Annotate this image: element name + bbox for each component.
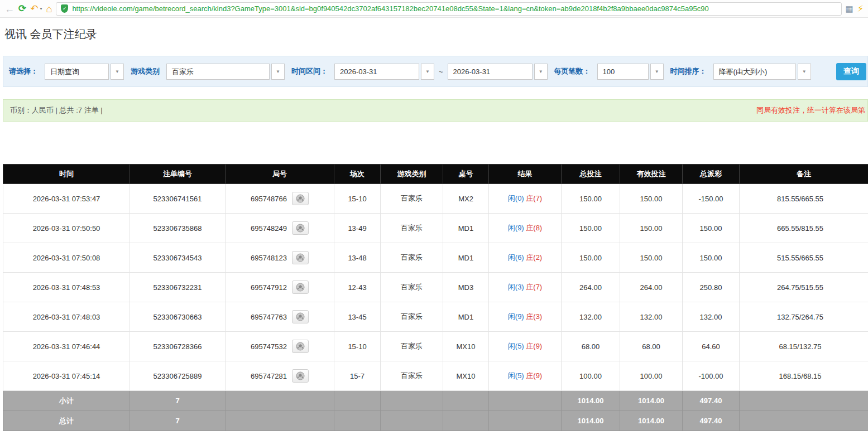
- subtotal-payout: 497.40: [683, 391, 740, 411]
- cell-game-type: 百家乐: [381, 332, 443, 361]
- replay-ball-icon: [296, 224, 305, 233]
- chevron-down-icon[interactable]: ▼: [421, 64, 434, 80]
- cell-payout: 150.00: [683, 214, 740, 243]
- round-replay-button[interactable]: [292, 251, 309, 264]
- address-bar[interactable]: ✓ https://videoie.com/game/betrecord_sea…: [56, 2, 841, 16]
- chevron-down-icon[interactable]: ▼: [798, 64, 811, 80]
- cell-session: 15-10: [334, 184, 381, 214]
- cell-round: 695747763: [226, 302, 334, 332]
- cell-payout: -150.00: [683, 184, 740, 214]
- cell-valid-bet: 150.00: [620, 243, 683, 273]
- cell-note: 168.15/68.15: [740, 361, 868, 391]
- date-to-picker[interactable]: 2026-03-31 ▼: [448, 64, 548, 80]
- header-bet-id: 注单编号: [130, 165, 226, 184]
- chevron-down-icon[interactable]: ▼: [271, 64, 285, 80]
- date-from-value[interactable]: 2026-03-31: [334, 64, 419, 80]
- cell-total-bet[interactable]: 264.00: [562, 273, 620, 302]
- round-replay-button[interactable]: [292, 340, 309, 353]
- chevron-down-icon[interactable]: ▼: [650, 64, 664, 80]
- total-count: 7: [130, 411, 226, 431]
- cell-bet-id: 523306730663: [130, 302, 226, 332]
- cell-round: 695748123: [226, 243, 334, 273]
- cell-note: 515.55/665.55: [740, 243, 868, 273]
- chevron-down-icon[interactable]: ▼: [534, 64, 548, 80]
- query-type-select[interactable]: 日期查询 ▼: [45, 64, 124, 80]
- round-replay-button[interactable]: [292, 281, 309, 294]
- table-row: 2026-03-31 07:50:08 523306734543 6957481…: [3, 243, 868, 273]
- cell-round: 695747532: [226, 332, 334, 361]
- game-type-label: 游戏类别: [131, 66, 160, 76]
- cell-game-type: 百家乐: [381, 214, 443, 243]
- cell-note: 815.55/665.55: [740, 184, 868, 214]
- cell-payout: 150.00: [683, 243, 740, 273]
- cell-total-bet[interactable]: 150.00: [562, 184, 620, 214]
- cell-session: 13-45: [334, 302, 381, 332]
- page-size-value[interactable]: 100: [597, 64, 649, 80]
- chevron-down-icon[interactable]: ▼: [111, 64, 124, 80]
- round-replay-button[interactable]: [292, 310, 309, 323]
- result-player: 闲(3): [508, 283, 524, 291]
- lightning-icon[interactable]: ⚡: [857, 4, 864, 13]
- cell-time: 2026-03-31 07:48:03: [3, 302, 130, 332]
- apps-grid-icon[interactable]: ▦: [846, 4, 853, 13]
- cell-total-bet[interactable]: 150.00: [562, 214, 620, 243]
- search-button[interactable]: 查询: [836, 63, 866, 80]
- cell-round: 695748766: [226, 184, 334, 214]
- cell-session: 12-43: [334, 273, 381, 302]
- round-replay-button[interactable]: [292, 192, 309, 205]
- date-from-picker[interactable]: 2026-03-31 ▼: [334, 64, 434, 80]
- round-replay-button[interactable]: [292, 369, 309, 383]
- cell-total-bet[interactable]: 132.00: [562, 302, 620, 332]
- cell-table-no: MD1: [443, 214, 489, 243]
- header-session: 场次: [334, 165, 381, 184]
- date-to-value[interactable]: 2026-03-31: [448, 64, 533, 80]
- game-type-value[interactable]: 百家乐: [166, 64, 270, 80]
- round-id: 695748123: [251, 254, 287, 262]
- sort-order-value[interactable]: 降幂(由大到小): [713, 64, 796, 80]
- url-text[interactable]: https://videoie.com/game/betrecord_searc…: [72, 4, 708, 13]
- cell-valid-bet: 150.00: [620, 214, 683, 243]
- cell-total-bet[interactable]: 150.00: [562, 243, 620, 273]
- game-type-select[interactable]: 百家乐 ▼: [166, 64, 285, 80]
- query-type-value[interactable]: 日期查询: [45, 64, 109, 80]
- security-shield-icon: ✓: [61, 4, 68, 13]
- cell-total-bet[interactable]: 68.00: [562, 332, 620, 361]
- filter-panel: 请选择： 日期查询 ▼ 游戏类别 百家乐 ▼ 时间区间： 2026-03-31 …: [3, 56, 868, 87]
- cell-round: 695747281: [226, 361, 334, 391]
- cell-valid-bet: 132.00: [620, 302, 683, 332]
- page-size-select[interactable]: 100 ▼: [597, 64, 664, 80]
- replay-ball-icon: [296, 342, 305, 351]
- cell-game-type: 百家乐: [381, 361, 443, 391]
- replay-ball-icon: [296, 371, 305, 380]
- select-type-label: 请选择：: [9, 66, 38, 76]
- back-icon[interactable]: ←: [4, 4, 15, 14]
- refresh-icon[interactable]: ⟳: [18, 4, 26, 13]
- round-replay-button[interactable]: [292, 221, 309, 235]
- result-banker: 庄(2): [526, 253, 542, 262]
- sort-order-select[interactable]: 降幂(由大到小) ▼: [713, 64, 811, 80]
- page-title: 视讯 会员下注纪录: [0, 18, 868, 49]
- result-player: 闲(5): [508, 371, 524, 380]
- summary-bar: 币别：人民币 | 总共 :7 注单 | 同局有效投注，统一计算在该局第: [3, 99, 868, 122]
- browser-toolbar: ← ⟳ ↶ ▾ ⌂ ✓ https://videoie.com/game/bet…: [0, 0, 868, 18]
- cell-time: 2026-03-31 07:46:44: [3, 332, 130, 361]
- home-icon[interactable]: ⌂: [46, 4, 52, 14]
- undo-dropdown-icon[interactable]: ▾: [40, 7, 42, 11]
- result-player: 闲(6): [508, 253, 524, 262]
- header-time: 时间: [3, 165, 130, 184]
- table-row: 2026-03-31 07:53:47 523306741561 6957487…: [3, 184, 868, 214]
- replay-ball-icon: [296, 312, 305, 321]
- cell-session: 15-10: [334, 332, 381, 361]
- cell-total-bet[interactable]: 100.00: [562, 361, 620, 391]
- result-player: 闲(9): [508, 224, 524, 232]
- cell-table-no: MD1: [443, 243, 489, 273]
- cell-table-no: MD1: [443, 302, 489, 332]
- result-banker: 庄(9): [526, 371, 542, 380]
- result-player: 闲(5): [508, 342, 524, 350]
- cell-payout: -100.00: [683, 361, 740, 391]
- total-total-bet: 1014.00: [562, 411, 620, 431]
- sort-order-label: 时间排序：: [670, 66, 707, 76]
- page-size-label: 每页笔数：: [554, 66, 591, 76]
- undo-icon[interactable]: ↶: [30, 4, 38, 13]
- result-player: 闲(9): [508, 312, 524, 321]
